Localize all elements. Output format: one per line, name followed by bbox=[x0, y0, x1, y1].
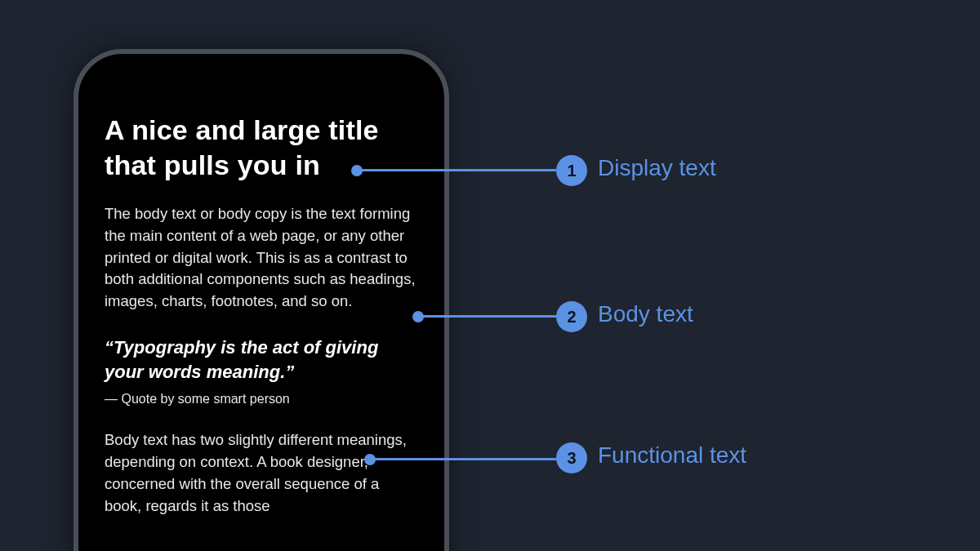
connector-line bbox=[370, 458, 556, 460]
callout-label-3: Functional text bbox=[598, 442, 746, 469]
connector-line bbox=[357, 169, 556, 171]
pull-quote: “Typography is the act of giving your wo… bbox=[105, 335, 418, 384]
callout-badge-1: 1 bbox=[556, 155, 587, 186]
callout-badge-2: 2 bbox=[556, 301, 587, 332]
connector-line bbox=[418, 315, 556, 318]
display-title: A nice and large title that pulls you in bbox=[105, 113, 418, 182]
phone-notch bbox=[176, 54, 347, 80]
callout-badge-3: 3 bbox=[556, 442, 587, 473]
body-paragraph-2: Body text has two slightly different mea… bbox=[105, 429, 418, 517]
body-paragraph-1: The body text or body copy is the text f… bbox=[105, 203, 418, 313]
phone-frame: A nice and large title that pulls you in… bbox=[74, 49, 449, 551]
quote-attribution: — Quote by some smart person bbox=[105, 392, 418, 407]
connector-dot-icon bbox=[351, 165, 363, 176]
connector-dot-icon bbox=[364, 454, 376, 465]
connector-dot-icon bbox=[412, 311, 424, 322]
callout-label-2: Body text bbox=[598, 301, 693, 327]
callout-label-1: Display text bbox=[598, 155, 716, 181]
phone-screen: A nice and large title that pulls you in… bbox=[96, 72, 426, 551]
